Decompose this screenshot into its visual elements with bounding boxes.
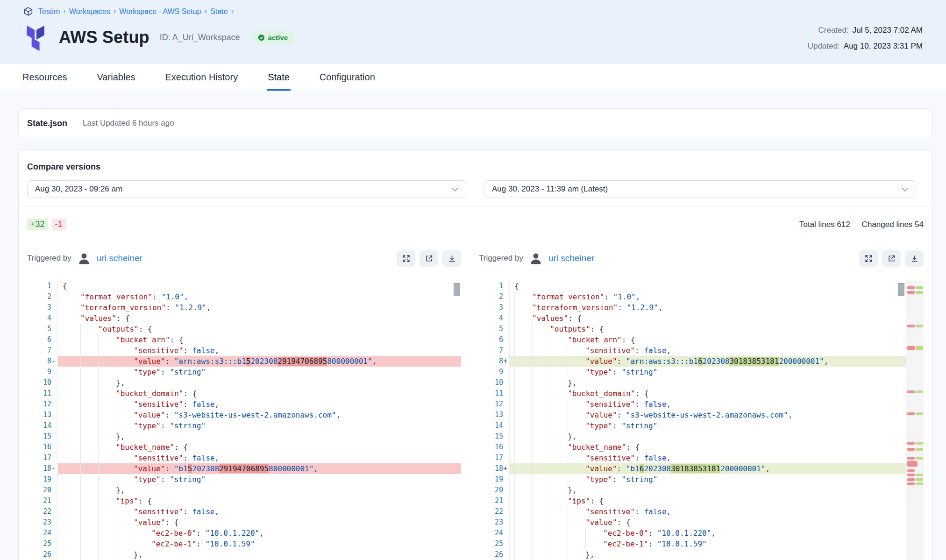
code-line: 5"outputs": {: [479, 324, 906, 334]
ruler-removed-mark: [907, 457, 915, 460]
added-lines-badge: +32: [27, 219, 48, 230]
code-line: 10},: [27, 377, 461, 388]
breadcrumb-link-workspace-aws-setup[interactable]: Workspace - AWS Setup: [119, 7, 201, 16]
code-text: "value": {: [58, 517, 461, 528]
ruler-added-mark: [916, 442, 923, 445]
code-text: "terraform_version": "1.2.9",: [58, 302, 461, 313]
code-text: "outputs": {: [510, 324, 906, 334]
code-text: "sensitive": false,: [58, 399, 461, 410]
code-line: 14"type": "string": [27, 420, 461, 431]
expand-icon: [402, 255, 410, 262]
ruler-added-mark: [916, 482, 923, 485]
line-number: 24: [27, 528, 58, 539]
line-number: 11: [479, 388, 510, 399]
code-text: "terraform_version": "1.2.9",: [510, 302, 906, 313]
code-text: "sensitive": false,: [58, 506, 461, 517]
code-text: "type": "string": [58, 367, 461, 377]
diff-marker: [503, 474, 509, 485]
code-line: 5"outputs": {: [27, 324, 461, 334]
version-select-left-value: Aug 30, 2023 - 09:26 am: [35, 184, 122, 194]
breadcrumb-link-state[interactable]: State: [210, 7, 228, 16]
code-text: "ips": {: [510, 496, 906, 506]
line-number: 15: [479, 431, 510, 442]
version-select-left[interactable]: Aug 30, 2023 - 09:26 am: [27, 180, 466, 198]
code-line: 8+"value": "arn:aws:s3:::b16202308301838…: [479, 356, 906, 367]
code-text: "value": "arn:aws:s3:::b1520230829194706…: [58, 356, 461, 367]
code-editor-right[interactable]: 1{2"format_version": "1.0",3"terraform_v…: [479, 281, 924, 560]
code-line: 25"ec2-be-1": "10.0.1.59": [479, 539, 906, 549]
ruler-removed-mark: [907, 474, 915, 476]
tab-configuration[interactable]: Configuration: [319, 64, 376, 91]
breadcrumb-link-workspaces[interactable]: Workspaces: [69, 7, 110, 16]
code-line: 12"sensitive": false,: [27, 399, 461, 410]
diff-marker: [503, 442, 509, 453]
download-button[interactable]: [905, 250, 924, 267]
code-line: 8-"value": "arn:aws:s3:::b15202308291947…: [27, 356, 461, 367]
diff-overview-ruler[interactable]: [906, 281, 924, 560]
diff-marker: [503, 517, 509, 528]
code-line: 15},: [27, 431, 461, 442]
expand-button[interactable]: [397, 250, 415, 267]
main-content: State.json Last Updated 6 hours ago Comp…: [0, 91, 946, 560]
code-line: 6"bucket_arn": {: [479, 334, 906, 345]
code-line: 21"ips": {: [479, 496, 906, 506]
diff-marker: [503, 324, 509, 334]
triggered-by-label: Triggered by: [479, 254, 523, 263]
open-in-new-tab-button[interactable]: [882, 250, 901, 267]
code-text: "value": "b1620230830183853181200000001"…: [510, 463, 906, 474]
code-text: "format_version": "1.0",: [510, 291, 906, 302]
ruler-removed-mark: [907, 286, 915, 289]
tab-variables[interactable]: Variables: [96, 64, 136, 91]
ruler-removed-mark: [907, 390, 915, 393]
download-button[interactable]: [442, 250, 461, 267]
line-number: 19: [479, 474, 510, 485]
code-text: },: [510, 431, 906, 442]
line-number: 11: [27, 388, 58, 399]
scrollbar-thumb[interactable]: [454, 283, 460, 296]
scrollbar-thumb[interactable]: [898, 283, 904, 296]
code-text: },: [58, 549, 461, 560]
user-link[interactable]: uri scheiner: [548, 253, 594, 263]
expand-button[interactable]: [859, 250, 878, 267]
diff-marker: [503, 539, 509, 549]
line-number: 5: [27, 324, 58, 334]
page-header: Testim›Workspaces›Workspace - AWS Setup›…: [0, 0, 946, 64]
line-number: 21: [479, 496, 510, 506]
tab-resources[interactable]: Resources: [21, 64, 68, 91]
line-number: 17: [27, 453, 58, 463]
code-line: 23"value": {: [27, 517, 461, 528]
code-text: "value": "s3-website-us-west-2.amazonaws…: [58, 410, 461, 420]
changed-lines-text: Changed lines 54: [862, 220, 924, 229]
line-number: 1: [27, 281, 58, 291]
tab-state[interactable]: State: [267, 64, 291, 91]
tab-execution-history[interactable]: Execution History: [164, 64, 239, 91]
code-text: "ec2-be-1": "10.0.1.59": [58, 539, 461, 549]
code-text: "sensitive": false,: [510, 506, 906, 517]
tab-bar: ResourcesVariablesExecution HistoryState…: [0, 64, 946, 91]
code-editor-left[interactable]: 1{2"format_version": "1.0",3"terraform_v…: [27, 281, 461, 560]
ruler-removed-mark: [907, 478, 915, 481]
line-number: 7: [27, 345, 58, 356]
code-line: 26},: [479, 549, 906, 560]
compare-versions-card: Compare versions Aug 30, 2023 - 09:26 am…: [18, 149, 932, 560]
code-line: 18-"value": "b15202308291947068958000000…: [27, 463, 461, 474]
breadcrumb: Testim›Workspaces›Workspace - AWS Setup›…: [23, 7, 923, 16]
version-select-right[interactable]: Aug 30, 2023 - 11:39 am (Latest): [484, 180, 916, 198]
diff-marker: [51, 377, 57, 388]
diff-marker: [503, 334, 509, 345]
code-line: 15},: [479, 431, 906, 442]
diff-marker: [51, 539, 57, 549]
code-text: },: [510, 485, 906, 496]
removed-lines-badge: -1: [52, 219, 66, 230]
user-link[interactable]: uri scheiner: [97, 253, 142, 263]
open-in-new-tab-button[interactable]: [420, 250, 438, 267]
code-text: "sensitive": false,: [58, 345, 461, 356]
diff-marker: [51, 334, 57, 345]
line-number: 3: [479, 302, 510, 313]
code-text: "outputs": {: [58, 324, 461, 334]
code-line: 24"ec2-be-0": "10.0.1.220",: [479, 528, 906, 539]
line-number: 22: [27, 506, 58, 517]
line-number: 10: [27, 377, 58, 388]
diff-marker: [51, 399, 57, 410]
breadcrumb-link-testim[interactable]: Testim: [38, 7, 60, 16]
